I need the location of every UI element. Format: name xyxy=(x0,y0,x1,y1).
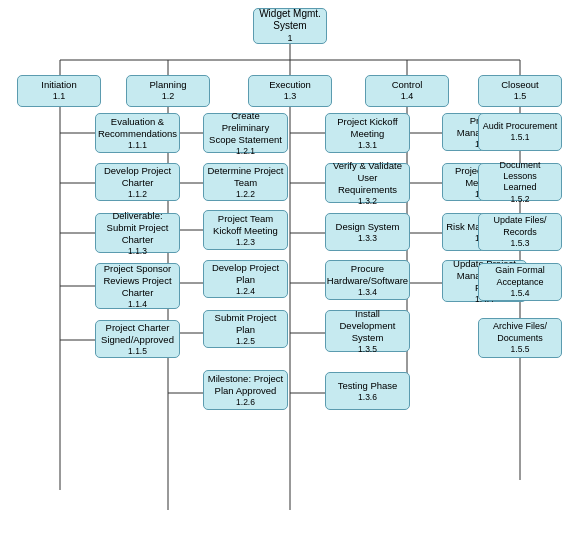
node-1-2-6: Milestone: ProjectPlan Approved 1.2.6 xyxy=(203,370,288,410)
node-1-2-3: Project TeamKickoff Meeting 1.2.3 xyxy=(203,210,288,250)
node-1-2-2: Determine ProjectTeam 1.2.2 xyxy=(203,163,288,201)
node-1-1-4: Project SponsorReviews ProjectCharter 1.… xyxy=(95,263,180,309)
node-1-5-1: Audit Procurement 1.5.1 xyxy=(478,113,562,151)
root-node: Widget Mgmt.System 1 xyxy=(253,8,327,44)
node-1-5-4: Gain FormalAcceptance 1.5.4 xyxy=(478,263,562,301)
node-1-1-3: Deliverable:Submit ProjectCharter 1.1.3 xyxy=(95,213,180,253)
node-1-3-1: Project KickoffMeeting 1.3.1 xyxy=(325,113,410,153)
node-1-1-1: Evaluation &Recommendations 1.1.1 xyxy=(95,113,180,153)
l1-node-planning: Planning 1.2 xyxy=(126,75,210,107)
node-1-3-2: Verify & ValidateUser Requirements 1.3.2 xyxy=(325,163,410,203)
node-1-2-5: Submit ProjectPlan 1.2.5 xyxy=(203,310,288,348)
node-1-2-1: Create PreliminaryScope Statement 1.2.1 xyxy=(203,113,288,153)
node-1-3-4: ProcureHardware/Software 1.3.4 xyxy=(325,260,410,300)
root-label: Widget Mgmt.System xyxy=(259,8,321,33)
l1-node-initiation: Initiation 1.1 xyxy=(17,75,101,107)
node-1-1-5: Project CharterSigned/Approved 1.1.5 xyxy=(95,320,180,358)
node-1-5-5: Archive Files/Documents 1.5.5 xyxy=(478,318,562,358)
node-1-3-3: Design System 1.3.3 xyxy=(325,213,410,251)
l1-node-closeout: Closeout 1.5 xyxy=(478,75,562,107)
node-1-5-2: Document LessonsLearned 1.5.2 xyxy=(478,163,562,201)
org-chart: Widget Mgmt.System 1 Initiation 1.1 Plan… xyxy=(5,0,575,530)
root-id: 1 xyxy=(287,33,292,44)
node-1-5-3: Update Files/Records 1.5.3 xyxy=(478,213,562,251)
node-1-2-4: Develop ProjectPlan 1.2.4 xyxy=(203,260,288,298)
node-1-3-5: InstallDevelopmentSystem 1.3.5 xyxy=(325,310,410,352)
node-1-1-2: Develop ProjectCharter 1.1.2 xyxy=(95,163,180,201)
node-1-3-6: Testing Phase 1.3.6 xyxy=(325,372,410,410)
l1-node-execution: Execution 1.3 xyxy=(248,75,332,107)
l1-node-control: Control 1.4 xyxy=(365,75,449,107)
